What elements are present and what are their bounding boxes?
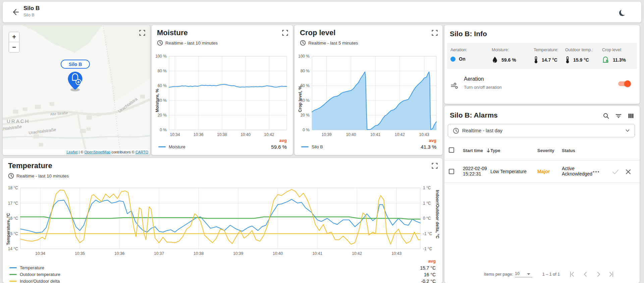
fullscreen-icon[interactable] <box>282 29 288 36</box>
timewindow-value: Realtime - last day <box>462 128 502 133</box>
timewindow-row[interactable]: Realtime - last 10 minutes <box>157 40 218 46</box>
alarm-row[interactable]: 2022-02-09 15:22:31 Low Temperature Majo… <box>444 160 640 183</box>
last-page-button[interactable] <box>607 270 615 278</box>
attrib-text: | © <box>77 150 84 154</box>
svg-text:10:43: 10:43 <box>391 251 401 256</box>
timewindow-label: Realtime - last 10 minutes <box>16 173 69 179</box>
zoom-out-button[interactable]: − <box>9 42 19 52</box>
legend-item[interactable]: Silo B <box>301 144 323 149</box>
droplet-icon <box>492 56 498 63</box>
svg-text:10:41: 10:41 <box>370 132 380 137</box>
widget-title: Moisture <box>157 28 188 37</box>
items-per-page-label: Items per page: <box>484 272 513 277</box>
row-checkbox[interactable] <box>449 169 454 174</box>
page-subtitle: Silo B <box>23 13 35 17</box>
legend-label: Moisture <box>169 144 185 149</box>
avg-header: avg <box>428 259 436 264</box>
column-start-time[interactable]: Start time <box>463 148 491 153</box>
svg-text:100 %: 100 % <box>298 54 310 59</box>
more-actions-icon[interactable] <box>592 168 600 175</box>
clock-icon <box>300 40 306 46</box>
columns-icon[interactable] <box>628 113 634 119</box>
svg-text:80 %: 80 % <box>158 69 167 73</box>
previous-page-button[interactable] <box>581 270 589 278</box>
legend-item[interactable]: Temperature <box>9 265 44 270</box>
column-severity[interactable]: Severity <box>537 148 554 153</box>
timewindow-row[interactable]: Realtime - last 5 minutes <box>300 40 358 46</box>
avg-value: 59.6 % <box>271 144 287 150</box>
svg-text:0 %: 0 % <box>303 128 310 132</box>
items-per-page-select[interactable]: 10 <box>515 271 532 277</box>
svg-text:40 %: 40 % <box>301 98 310 103</box>
info-label: Aeration: <box>450 48 467 52</box>
top-bar: Silo B Silo B <box>3 2 641 22</box>
acknowledge-check-icon[interactable] <box>612 168 619 175</box>
aeration-wind-icon <box>450 81 459 90</box>
legend-swatch <box>158 146 166 147</box>
alarms-timewindow-select[interactable]: Realtime - last day <box>448 124 635 137</box>
dark-mode-toggle moon-icon[interactable] <box>621 9 627 15</box>
thermometer-icon <box>534 56 538 64</box>
next-page-button[interactable] <box>595 270 603 278</box>
avg-header: avg <box>279 138 287 143</box>
zoom-in-button[interactable]: + <box>9 32 19 42</box>
sort-desc-icon <box>486 148 491 153</box>
alarm-start-time: 2022-02-09 15:22:31 <box>463 166 487 176</box>
leaflet-link[interactable]: Leaflet <box>66 150 77 154</box>
map-canvas[interactable]: URACH Alte Straße Urachtalstraße chtalst… <box>3 25 150 155</box>
legend-label: Outdoor temperature <box>20 272 60 277</box>
widget-title: Temperature <box>8 161 52 170</box>
legend-swatch <box>9 274 17 275</box>
back-button[interactable] <box>11 7 20 17</box>
svg-text:0 %: 0 % <box>160 128 167 132</box>
svg-text:20 %: 20 % <box>301 113 310 118</box>
avg-header: avg <box>429 138 436 143</box>
chevron-down-icon <box>625 128 630 133</box>
aeration-on-dot-icon <box>450 57 455 62</box>
column-type[interactable]: Type <box>490 148 500 153</box>
osm-link[interactable]: OpenStreetMap <box>84 150 110 154</box>
svg-text:1 °C: 1 °C <box>423 186 431 190</box>
first-page-button[interactable] <box>568 270 576 278</box>
paginator: Items per page: 10 1 – 1 of 1 <box>444 269 640 280</box>
fullscreen-icon[interactable] <box>431 29 438 36</box>
svg-text:10:34: 10:34 <box>170 132 180 137</box>
clear-close-icon[interactable] <box>625 168 632 175</box>
svg-text:20 %: 20 % <box>158 113 167 118</box>
column-status[interactable]: Status <box>562 148 575 153</box>
svg-text:40 %: 40 % <box>158 98 167 103</box>
moisture-chart: 0 %20 %40 %60 %80 %100 %10:3410:3610:381… <box>154 52 289 140</box>
search-icon[interactable] <box>603 113 609 119</box>
svg-text:-1 °C: -1 °C <box>423 246 432 251</box>
legend-swatch <box>9 267 17 268</box>
svg-text:60 %: 60 % <box>301 83 310 88</box>
svg-text:17 °C: 17 °C <box>8 201 18 206</box>
alarm-status: Active Acknowledged <box>562 166 592 176</box>
legend-item[interactable]: Moisture <box>158 144 185 149</box>
select-all-checkbox[interactable] <box>449 147 454 153</box>
svg-text:0 °C: 0 °C <box>423 216 431 221</box>
map-marker silo-pin-icon[interactable] <box>67 71 85 91</box>
alarm-start-date: 2022-02-09 <box>463 166 487 171</box>
timewindow-label: Realtime - last 10 minutes <box>165 41 218 46</box>
legend-swatch <box>9 281 17 282</box>
map-zoom-control: + − <box>9 32 19 53</box>
timewindow-row[interactable]: Realtime - last 10 minutes <box>8 173 69 179</box>
legend-item[interactable]: Outdoor temperature <box>9 272 60 277</box>
info-strip: Aeration: On Moisture: 59.6 % Temperatur… <box>447 43 637 69</box>
fullscreen-icon[interactable] <box>139 29 146 36</box>
map-entity-label[interactable]: Silo B <box>61 60 90 69</box>
fullscreen-icon[interactable] <box>431 162 438 169</box>
avg-value: 41.3 % <box>421 144 436 150</box>
carto-link[interactable]: CARTO <box>136 150 148 154</box>
aeration-toggle[interactable] <box>618 80 630 87</box>
aeration-title: Aeration <box>464 76 484 82</box>
svg-text:10:41: 10:41 <box>312 251 322 256</box>
temperature-chart: 14 °C-1 °C15 °C-1 °C16 °C0 °C17 °C1 °C18… <box>5 185 440 261</box>
legend-item[interactable]: Indoor/Outdoor delta <box>9 279 60 283</box>
filter-icon[interactable] <box>615 113 622 119</box>
clock-icon <box>157 40 163 46</box>
silo-icon <box>602 56 609 64</box>
column-label: Start time <box>463 148 483 153</box>
svg-text:10:43: 10:43 <box>419 132 429 137</box>
